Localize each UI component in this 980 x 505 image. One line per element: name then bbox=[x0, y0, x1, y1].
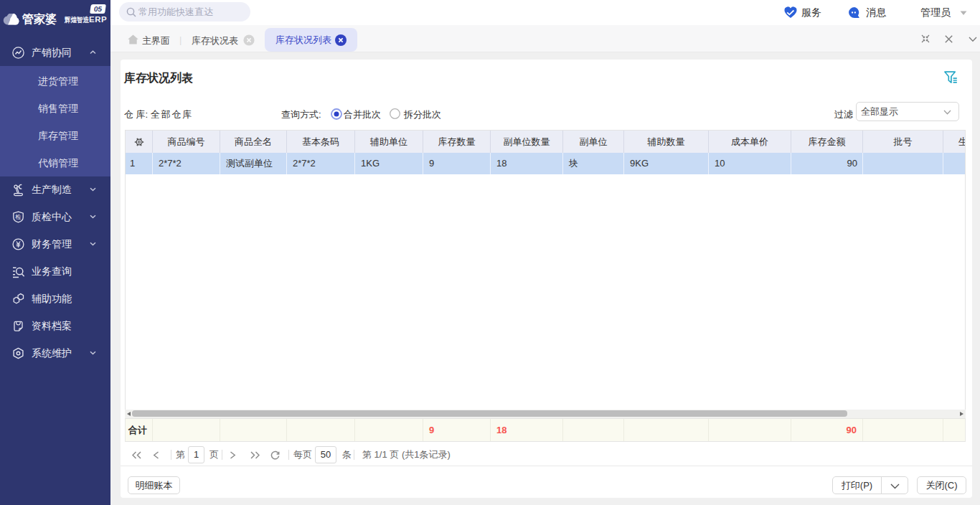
svg-text:检: 检 bbox=[15, 214, 22, 220]
